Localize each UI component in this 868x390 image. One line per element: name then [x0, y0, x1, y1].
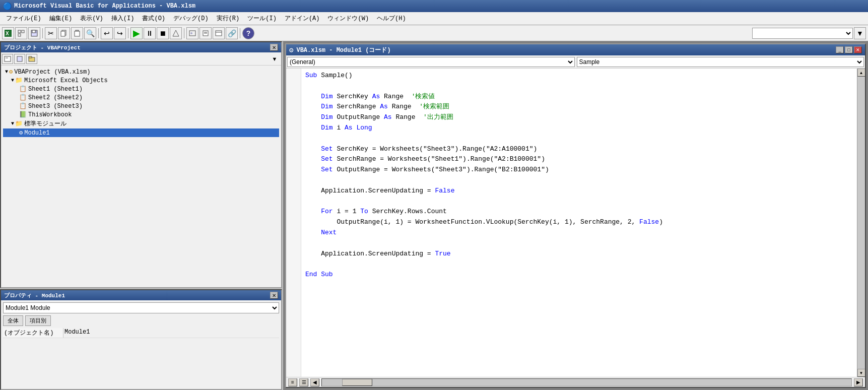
view-object-btn[interactable]	[14, 54, 25, 64]
redo-btn[interactable]: ↪	[114, 27, 126, 39]
tab-zenbu[interactable]: 全体	[3, 315, 23, 326]
menu-bar: ファイル(E) 編集(E) 表示(V) 挿入(I) 書式(O) デバッグ(D) …	[0, 12, 868, 25]
scroll-down-btn[interactable]: ▼	[857, 369, 865, 377]
svg-marker-12	[173, 30, 179, 36]
cut-btn[interactable]: ✂	[45, 27, 57, 39]
view-code-btn[interactable]	[2, 54, 13, 64]
menu-help[interactable]: ヘルプ(H)	[373, 13, 410, 24]
toolbar-sep5	[240, 28, 240, 38]
tree-thisworkbook[interactable]: 📗 ThisWorkbook	[3, 110, 279, 119]
code-statusbar: ≡ ☰ ◀ ▶	[286, 377, 865, 387]
toggle-folders-btn[interactable]	[26, 54, 37, 64]
svg-rect-24	[29, 56, 32, 58]
properties-close-btn[interactable]: ✕	[270, 292, 278, 299]
userform-btn[interactable]	[186, 27, 198, 39]
general-dropdown[interactable]: (General)	[287, 57, 575, 67]
save-btn[interactable]	[28, 27, 40, 39]
toolbar: X ✂ 🔍 ↩ ↪ ▶ ⏸ ⏹ 🔗 ? ▼	[0, 25, 868, 41]
tree-sheet2[interactable]: 📋 Sheet2 (Sheet2)	[3, 93, 279, 102]
project-close-btn[interactable]: ✕	[270, 44, 278, 51]
title-bar: 🔵 Microsoft Visual Basic for Application…	[0, 0, 868, 12]
tab-komokubetsu[interactable]: 項目別	[25, 315, 51, 326]
menu-debug[interactable]: デバッグ(D)	[169, 13, 213, 24]
view-module-btn[interactable]: ☰	[299, 378, 308, 386]
svg-rect-7	[32, 33, 37, 36]
tree-root[interactable]: ▼ ⚙ VBAProject (VBA.xlsm)	[3, 68, 279, 76]
svg-rect-4	[18, 34, 21, 36]
menu-file[interactable]: ファイル(E)	[2, 13, 45, 24]
properties-table: (オブジェクト名) Module1	[3, 328, 279, 338]
scroll-up-btn[interactable]: ▲	[857, 69, 865, 77]
toolbar-sep4	[184, 28, 184, 38]
menu-edit[interactable]: 編集(E)	[45, 13, 77, 24]
code-body: Sub Sample() Dim SerchKey As Range '検索値 …	[286, 69, 865, 377]
undo-btn[interactable]: ↩	[101, 27, 113, 39]
menu-run[interactable]: 実行(R)	[213, 13, 244, 24]
tree-modules-folder[interactable]: ▼ 📁 標準モジュール	[3, 119, 279, 128]
menu-window[interactable]: ウィンドウ(W)	[323, 13, 373, 24]
project-panel: プロジェクト - VBAProject ✕ ▼	[0, 41, 282, 288]
menu-addins[interactable]: アドイン(A)	[281, 13, 324, 24]
properties-titlebar: プロパティ - Module1 ✕	[1, 290, 281, 300]
proc-dropdown[interactable]: Sample	[577, 57, 864, 67]
ref-btn[interactable]: 🔗	[226, 27, 238, 39]
properties-tabs: 全体 項目別	[3, 315, 279, 326]
pause-btn[interactable]: ⏸	[144, 27, 156, 39]
code-window: ⚙ VBA.xlsm - Module1 (コード) _ □ ✕ (Genera…	[285, 43, 866, 388]
menu-format[interactable]: 書式(O)	[138, 13, 169, 24]
class-btn[interactable]	[213, 27, 225, 39]
toolbar-sep1	[42, 28, 43, 38]
toolbar-dropdown[interactable]	[752, 28, 853, 39]
toolbar-dropdown-btn[interactable]: ▼	[854, 27, 866, 39]
copy-btn[interactable]	[58, 27, 70, 39]
svg-rect-2	[18, 30, 21, 33]
line-numbers	[286, 69, 301, 377]
svg-text:X: X	[6, 31, 9, 36]
stop-btn[interactable]: ⏹	[157, 27, 169, 39]
code-window-title: VBA.xlsm - Module1 (コード)	[296, 46, 390, 54]
tree-sheet3[interactable]: 📋 Sheet3 (Sheet3)	[3, 102, 279, 110]
project-scroll-btn[interactable]: ▼	[269, 54, 280, 64]
props-val-name[interactable]: Module1	[63, 328, 279, 338]
toolbar-sep3	[128, 28, 128, 38]
design-btn[interactable]	[170, 27, 182, 39]
properties-dropdown[interactable]: Module1 Module	[3, 302, 279, 313]
code-hscroll[interactable]	[321, 378, 852, 386]
tree-sheet1[interactable]: 📋 Sheet1 (Sheet1)	[3, 85, 279, 93]
properties-panel: プロパティ - Module1 ✕ Module1 Module 全体 項目別 …	[0, 289, 282, 390]
view-procedure-btn[interactable]: ≡	[288, 378, 297, 386]
code-content[interactable]: Sub Sample() Dim SerchKey As Range '検索値 …	[301, 69, 857, 377]
menu-tools[interactable]: ツール(I)	[243, 13, 281, 24]
view-btn[interactable]	[15, 27, 27, 39]
svg-rect-9	[61, 31, 65, 36]
code-panel: ⚙ VBA.xlsm - Module1 (コード) _ □ ✕ (Genera…	[283, 41, 868, 390]
module-btn[interactable]	[199, 27, 212, 39]
project-title: プロジェクト - VBAProject	[4, 44, 81, 51]
excel-icon-btn[interactable]: X	[2, 27, 14, 39]
app-title: Microsoft Visual Basic for Applications …	[14, 3, 195, 10]
code-hscroll-thumb[interactable]	[342, 379, 372, 386]
props-key-name: (オブジェクト名)	[3, 328, 63, 338]
properties-title: プロパティ - Module1	[4, 292, 65, 299]
paste-btn[interactable]	[71, 27, 83, 39]
scroll-right-btn[interactable]: ▶	[854, 378, 863, 386]
code-scrollbar-v[interactable]: ▲ ▼	[857, 69, 865, 377]
project-tree: ▼ ⚙ VBAProject (VBA.xlsm) ▼ 📁 Microsoft …	[1, 66, 281, 287]
code-minimize-btn[interactable]: _	[836, 46, 844, 53]
help-btn[interactable]: ?	[242, 27, 254, 39]
svg-rect-22	[17, 56, 22, 61]
scroll-left-btn[interactable]: ◀	[310, 378, 319, 386]
props-row-name: (オブジェクト名) Module1	[3, 328, 279, 338]
menu-view[interactable]: 表示(V)	[76, 13, 107, 24]
toolbar-sep2	[98, 28, 99, 38]
code-close-btn[interactable]: ✕	[854, 46, 862, 53]
tree-excel-objects[interactable]: ▼ 📁 Microsoft Excel Objects	[3, 76, 279, 85]
svg-rect-20	[5, 56, 11, 61]
menu-insert[interactable]: 挿入(I)	[107, 13, 139, 24]
code-maximize-btn[interactable]: □	[845, 46, 853, 53]
svg-rect-18	[216, 31, 222, 36]
find-btn[interactable]: 🔍	[84, 27, 96, 39]
run-btn[interactable]: ▶	[130, 27, 143, 39]
code-title-bar: ⚙ VBA.xlsm - Module1 (コード) _ □ ✕	[286, 44, 865, 55]
tree-module1[interactable]: ⚙ Module1	[3, 128, 279, 137]
